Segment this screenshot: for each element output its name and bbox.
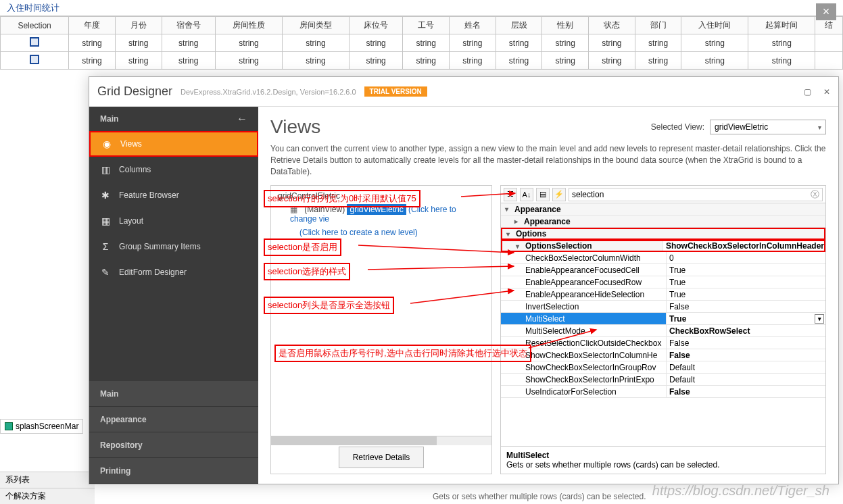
- retrieve-details-button[interactable]: Retrieve Details: [339, 447, 425, 468]
- chevron-down-icon[interactable]: ▾: [815, 314, 824, 324]
- table-cell[interactable]: string: [162, 52, 215, 70]
- prop-category[interactable]: ▸Appearance: [501, 216, 825, 228]
- nav-section-repository[interactable]: Repository: [89, 432, 258, 458]
- prop-row[interactable]: CheckBoxSelectorColumnWidth0: [501, 252, 825, 264]
- prop-row[interactable]: EnableAppearanceHideSelectionTrue: [501, 288, 825, 301]
- row-checkbox[interactable]: [30, 37, 39, 47]
- table-cell[interactable]: string: [681, 34, 748, 52]
- categorize-icon[interactable]: ☷: [504, 188, 517, 201]
- table-cell[interactable]: string: [349, 52, 402, 70]
- grid-designer-window: Grid Designer DevExpress.XtraGrid.v16.2.…: [89, 76, 839, 484]
- column-header[interactable]: 起算时间: [748, 17, 815, 34]
- table-cell[interactable]: string: [635, 34, 681, 52]
- prop-category[interactable]: ▾Options: [501, 228, 825, 240]
- scrollbar[interactable]: [271, 436, 491, 445]
- table-cell[interactable]: string: [589, 52, 635, 70]
- table-cell[interactable]: string: [349, 34, 402, 52]
- selected-view-combo[interactable]: gridViewEletric ▾: [710, 120, 826, 134]
- column-header[interactable]: 月份: [115, 17, 162, 34]
- cropped-text: Gets or sets whether multiple rows (card…: [433, 492, 646, 501]
- pages-icon[interactable]: ▤: [536, 188, 550, 201]
- table-cell[interactable]: string: [496, 34, 542, 52]
- close-icon[interactable]: ×: [816, 3, 836, 20]
- property-search-input[interactable]: selection ⓧ: [569, 188, 823, 201]
- nav-section-appearance[interactable]: Appearance: [89, 407, 258, 432]
- tab-solution[interactable]: 个解决方案: [0, 488, 95, 504]
- chevron-down-icon: ▾: [818, 124, 821, 131]
- table-cell[interactable]: string: [589, 34, 635, 52]
- table-cell[interactable]: [815, 52, 843, 70]
- table-cell[interactable]: string: [681, 52, 748, 70]
- table-cell[interactable]: string: [216, 34, 283, 52]
- column-header[interactable]: 入住时间: [681, 17, 748, 34]
- table-cell[interactable]: string: [282, 52, 349, 70]
- column-header[interactable]: 部门: [635, 17, 681, 34]
- nav-item-group-summary-items[interactable]: ΣGroup Summary Items: [89, 234, 258, 259]
- table-cell[interactable]: string: [542, 52, 589, 70]
- table-cell[interactable]: string: [496, 52, 542, 70]
- table-cell[interactable]: [1, 34, 69, 52]
- close-icon[interactable]: ✕: [823, 87, 830, 97]
- prop-category[interactable]: ▾OptionsSelectionShowCheckBoxSelectorInC…: [501, 240, 825, 252]
- table-cell[interactable]: string: [69, 34, 116, 52]
- table-cell[interactable]: [1, 52, 69, 70]
- table-cell[interactable]: string: [748, 34, 815, 52]
- prop-row[interactable]: EnableAppearanceFocusedRowTrue: [501, 276, 825, 288]
- prop-row[interactable]: EnableAppearanceFocusedCellTrue: [501, 264, 825, 276]
- table-cell[interactable]: string: [216, 52, 283, 70]
- table-cell[interactable]: string: [69, 52, 116, 70]
- events-icon[interactable]: ⚡: [552, 188, 566, 201]
- data-grid[interactable]: Selection年度月份宿舍号房间性质房间类型床位号工号姓名层级性别状态部门入…: [0, 16, 843, 70]
- column-header[interactable]: 房间性质: [216, 17, 283, 34]
- table-cell[interactable]: [815, 34, 843, 52]
- splash-item[interactable]: splashScreenMar: [0, 419, 83, 434]
- clear-icon[interactable]: ⓧ: [811, 188, 819, 201]
- column-header[interactable]: 床位号: [349, 17, 402, 34]
- column-header[interactable]: 房间类型: [282, 17, 349, 34]
- table-cell[interactable]: string: [748, 52, 815, 70]
- table-cell[interactable]: string: [542, 34, 589, 52]
- column-header[interactable]: 状态: [589, 17, 635, 34]
- views-tree[interactable]: gridControlEletric ▦ (MainView) gridView…: [270, 185, 492, 474]
- nav-item-columns[interactable]: ▥Columns: [89, 157, 258, 182]
- prop-category[interactable]: ▾Appearance: [501, 203, 825, 216]
- prop-row[interactable]: MultiSelectModeCheckBoxRowSelect: [501, 325, 825, 337]
- nav-item-editform-designer[interactable]: ✎EditForm Designer: [89, 259, 258, 285]
- table-cell[interactable]: string: [115, 52, 162, 70]
- new-level-link[interactable]: (Click here to create a new level): [299, 228, 418, 237]
- editform-icon: ✎: [100, 267, 111, 278]
- prop-row[interactable]: ShowCheckBoxSelectorInPrintExpoDefault: [501, 374, 825, 386]
- table-cell[interactable]: string: [403, 52, 450, 70]
- table-cell[interactable]: string: [635, 52, 681, 70]
- column-header[interactable]: 性别: [542, 17, 589, 34]
- table-cell[interactable]: string: [115, 34, 162, 52]
- table-cell[interactable]: string: [450, 34, 496, 52]
- column-header[interactable]: 姓名: [450, 17, 496, 34]
- views-icon: ◉: [101, 138, 112, 149]
- column-header[interactable]: 层级: [496, 17, 542, 34]
- prop-row[interactable]: InvertSelectionFalse: [501, 301, 825, 313]
- sort-icon[interactable]: A↓: [520, 188, 533, 201]
- table-cell[interactable]: string: [162, 34, 215, 52]
- nav-section-main[interactable]: Main: [89, 381, 258, 407]
- nav-item-feature-browser[interactable]: ✱Feature Browser: [89, 182, 258, 208]
- column-header[interactable]: Selection: [1, 17, 69, 34]
- back-icon[interactable]: ←: [237, 113, 247, 125]
- column-header[interactable]: 年度: [69, 17, 116, 34]
- column-header[interactable]: 宿舍号: [162, 17, 215, 34]
- table-cell[interactable]: string: [450, 52, 496, 70]
- prop-row[interactable]: ShowCheckBoxSelectorInGroupRovDefault: [501, 361, 825, 374]
- maximize-icon[interactable]: ▢: [804, 87, 811, 97]
- tab-series[interactable]: 系列表: [0, 472, 95, 488]
- prop-row[interactable]: MultiSelectTrue▾: [501, 313, 825, 325]
- row-checkbox[interactable]: [30, 55, 39, 64]
- table-cell[interactable]: string: [282, 34, 349, 52]
- nav-item-layout[interactable]: ▦Layout: [89, 208, 258, 234]
- prop-row[interactable]: ShowCheckBoxSelectorInColumnHeFalse: [501, 349, 825, 361]
- nav-section-printing[interactable]: Printing: [89, 458, 258, 484]
- table-cell[interactable]: string: [403, 34, 450, 52]
- nav-item-views[interactable]: ◉Views: [89, 131, 258, 157]
- prop-row[interactable]: UseIndicatorForSelectionFalse: [501, 386, 825, 398]
- column-header[interactable]: 工号: [403, 17, 450, 34]
- prop-row[interactable]: ResetSelectionClickOutsideCheckboxFalse: [501, 337, 825, 349]
